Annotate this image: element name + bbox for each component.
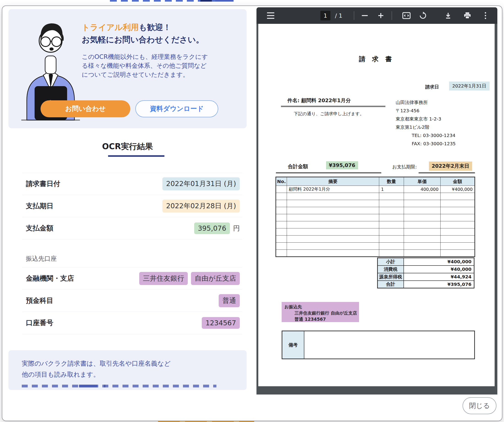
field-label: 口座番号: [26, 318, 53, 328]
promo-body: このOCR機能以外にも、経理業務をラクにす る様々な機能や料金体系、その他ご質問…: [82, 52, 237, 79]
page-total-label: / 1: [333, 7, 344, 24]
zoom-in-icon[interactable]: [377, 7, 384, 24]
ocr-result-modal: トライアル利用も歓迎！ お気軽にお問い合わせください。 このOCR機能以外にも、…: [2, 6, 502, 421]
clipped-note-line: [22, 385, 216, 387]
summary-row-tax: 消費税 ¥40,000: [378, 266, 474, 273]
promo-headline-accent: トライアル利用: [82, 23, 139, 32]
capability-note-text: 実際のバクラク請求書は、取引先名や口座名義など 他の項目も読み取れます。: [22, 358, 228, 380]
pdf-page-invoice: 請 求 書 請求日 2022年1月31日 件名: 顧問料 2022年1月分 下記…: [258, 24, 495, 386]
due-underline: [419, 172, 475, 174]
item-row-empty: [276, 221, 475, 228]
issuer-tel: TEL: 03-3000-1234: [396, 131, 456, 140]
item-row-empty: [276, 243, 475, 250]
toolbar-divider: [392, 7, 392, 24]
amount-unit: 円: [233, 224, 240, 233]
invoice-items-table: No. 摘要 数量 単価 金額 顧問料 2022年1月分 1 400,000 ¥…: [276, 177, 475, 257]
invoice-summary-table: 小計 ¥400,000 消費税 ¥40,000 源泉所得税 ¥44,924 合計…: [377, 257, 474, 288]
issuer-name: 山田法律事務所: [396, 98, 456, 107]
invoice-due-label: お支払期限:: [392, 164, 417, 170]
menu-icon[interactable]: [266, 7, 275, 24]
pdf-viewer: 1 / 1: [257, 7, 497, 395]
field-row-due-date: 支払期日 2022年02月28日 (月): [22, 195, 242, 217]
field-row-bank-branch: 金融機関・支店 三井住友銀行 自由が丘支店: [22, 267, 242, 289]
item-row-empty: [276, 228, 475, 236]
transfer-account-line: 普通 1234567: [284, 316, 359, 322]
invoice-total-label: 合計金額: [288, 163, 308, 170]
field-row-account-number: 口座番号 1234567: [22, 312, 242, 334]
transfer-bank-line: 三井住友銀行銀行 自由が丘支店: [284, 310, 359, 316]
issuer-address2: 東京第1ビル2階: [396, 123, 456, 131]
field-row-account-type: 預金科目 普通: [22, 289, 242, 312]
field-row-invoice-date: 請求書日付 2022年01月31日 (月): [22, 173, 242, 195]
summary-row-total: 合計 ¥395,076: [378, 281, 474, 288]
account-type-value: 普通: [219, 294, 240, 307]
clipped-bottom-content: [158, 421, 254, 422]
item-row-empty: [276, 250, 475, 257]
issuer-address1: 東京都東東京市 1-2-3: [396, 115, 456, 123]
invoice-greeting: 下記の通り、ご請求申し上げます。: [294, 111, 364, 117]
invoice-transfer-block: お振込先 三井住友銀行銀行 自由が丘支店 普通 1234567: [282, 302, 359, 322]
item-row-empty: [276, 193, 475, 200]
summary-row-subtotal: 小計 ¥400,000: [378, 258, 474, 266]
summary-row-withholding: 源泉所得税 ¥44,924: [378, 273, 474, 281]
issuer-block: 山田法律事務所 〒123-456 東京都東東京市 1-2-3 東京第1ビル2階 …: [396, 98, 456, 148]
field-label: 請求書日付: [26, 179, 60, 189]
invoice-title: 請 求 書: [258, 55, 495, 63]
pdf-toolbar: 1 / 1: [257, 7, 497, 24]
items-header-row: No. 摘要 数量 単価 金額: [276, 177, 475, 186]
download-icon[interactable]: [444, 7, 452, 24]
invoice-total-value: ¥395,076: [326, 161, 358, 169]
zoom-out-icon[interactable]: [361, 7, 368, 24]
invoice-due-value: 2022年2月末日: [429, 161, 472, 171]
clipped-top-content: [110, 0, 234, 2]
subject-underline: [281, 106, 385, 107]
field-row-amount: 支払金額 395,076 円: [22, 217, 242, 239]
account-number-value: 1234567: [202, 317, 240, 329]
capability-note-card: 実際のバクラク請求書は、取引先名や口座名義など 他の項目も読み取れます。: [8, 350, 247, 390]
remarks-label: 備考: [282, 331, 304, 359]
fit-width-icon[interactable]: [402, 7, 411, 24]
promo-headline: トライアル利用も歓迎！ お気軽にお問い合わせください。: [82, 21, 240, 46]
ocr-title-underline: [108, 155, 164, 157]
print-icon[interactable]: [463, 7, 472, 24]
toolbar-divider: [354, 7, 354, 24]
total-underline: [276, 172, 381, 174]
item-row-empty: [276, 200, 475, 207]
invoice-date-value: 2022年01月31日 (月): [162, 177, 240, 190]
transfer-title: お振込先: [284, 304, 359, 310]
ocr-result-fields: 請求書日付 2022年01月31日 (月) 支払期日 2022年02月28日 (…: [22, 173, 242, 334]
download-materials-button[interactable]: 資料ダウンロード: [135, 100, 218, 117]
item-row: 顧問料 2022年1月分 1 400,000 ¥400,000: [276, 186, 475, 193]
due-date-value: 2022年02月28日 (月): [162, 200, 240, 213]
item-row-empty: [276, 207, 475, 214]
invoice-issue-date-value: 2022年1月31日: [449, 82, 490, 91]
promo-buttons: お問い合わせ 資料ダウンロード: [41, 100, 218, 117]
issuer-zip: 〒123-456: [396, 107, 456, 115]
field-label: 支払金額: [26, 224, 53, 233]
trial-promo-card: トライアル利用も歓迎！ お気軽にお問い合わせください。 このOCR機能以外にも、…: [8, 9, 247, 128]
remarks-body: [304, 331, 474, 359]
bank-section-header: 振込先口座: [22, 239, 242, 267]
amount-value: 395,076: [194, 222, 230, 234]
field-label: 金融機関・支店: [26, 274, 74, 283]
bank-name-value: 三井住友銀行: [139, 272, 188, 285]
contact-button[interactable]: お問い合わせ: [41, 100, 130, 117]
invoice-subject: 件名: 顧問料 2022年1月分: [287, 97, 351, 104]
close-button[interactable]: 閉じる: [462, 397, 497, 414]
ocr-results-title: OCR実行結果: [8, 141, 247, 152]
page-number-input[interactable]: 1: [320, 7, 330, 24]
rotate-icon[interactable]: [419, 7, 427, 24]
bank-section-label: 振込先口座: [26, 255, 57, 263]
item-row-empty: [276, 214, 475, 221]
branch-name-value: 自由が丘支店: [191, 272, 240, 285]
issuer-fax: FAX: 03-3000-1235: [396, 140, 456, 148]
more-options-icon[interactable]: [482, 7, 489, 24]
invoice-issue-date-label: 請求日: [425, 84, 439, 90]
promo-headline-line2: お気軽にお問い合わせください。: [82, 33, 240, 46]
item-row-empty: [276, 236, 475, 243]
field-label: 支払期日: [26, 201, 53, 211]
invoice-remarks-box: 備考: [282, 330, 475, 359]
field-label: 預金科目: [26, 296, 53, 305]
